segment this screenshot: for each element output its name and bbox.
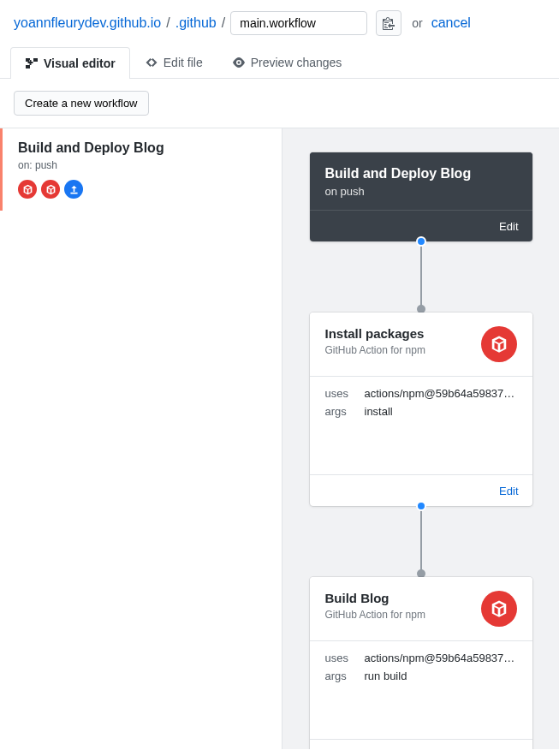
args-label: args — [325, 405, 365, 418]
workflow-root-node[interactable]: Build and Deploy Blog on push Edit — [310, 152, 532, 241]
package-icon — [481, 591, 517, 627]
workflow-trigger: on: push — [18, 159, 266, 171]
connector-dot-icon[interactable] — [416, 236, 426, 247]
connector-line — [420, 510, 422, 570]
separator: / — [166, 15, 169, 31]
toolbar: Create a new workflow — [0, 79, 559, 128]
tab-label: Preview changes — [251, 56, 342, 69]
args-value: install — [365, 405, 393, 418]
args-value: run build — [365, 670, 407, 682]
connector-dot-icon[interactable] — [416, 501, 426, 511]
workflow-canvas[interactable]: Build and Deploy Blog on push Edit Insta… — [282, 128, 559, 749]
tab-visual-editor[interactable]: Visual editor — [10, 47, 130, 79]
workflow-name: Build and Deploy Blog — [18, 140, 266, 156]
uses-label: uses — [325, 652, 365, 664]
clipboard-icon — [383, 16, 395, 30]
node-title: Install packages — [325, 326, 473, 341]
code-icon — [145, 56, 158, 69]
action-node-install[interactable]: Install packages GitHub Action for npm u… — [310, 313, 532, 506]
connector-line — [420, 246, 422, 306]
package-icon — [481, 326, 517, 362]
node-title: Build Blog — [325, 591, 473, 605]
create-workflow-button[interactable]: Create a new workflow — [14, 91, 149, 116]
workflow-action-icons — [18, 180, 266, 199]
repo-link[interactable]: yoannfleurydev.github.io — [14, 15, 161, 31]
filename-input[interactable] — [230, 11, 367, 35]
tabs: Visual editor Edit file Preview changes — [0, 46, 559, 79]
copy-path-button[interactable] — [376, 10, 401, 36]
node-subtitle: GitHub Action for npm — [325, 609, 473, 621]
node-subtitle: GitHub Action for npm — [325, 344, 473, 356]
edit-node-link[interactable]: Edit — [499, 220, 518, 233]
breadcrumb: yoannfleurydev.github.io / .github / or … — [0, 0, 559, 46]
uses-value: actions/npm@59b64a59837… — [365, 387, 515, 400]
folder-link[interactable]: .github — [175, 15, 217, 31]
eye-icon — [232, 56, 246, 69]
tab-preview-changes[interactable]: Preview changes — [217, 46, 357, 78]
uses-label: uses — [325, 387, 365, 400]
action-node-build[interactable]: Build Blog GitHub Action for npm usesact… — [310, 577, 532, 749]
edit-node-link[interactable]: Edit — [499, 485, 518, 497]
separator: / — [222, 15, 225, 31]
node-title: Build and Deploy Blog — [325, 166, 517, 182]
upload-icon — [64, 180, 83, 199]
args-label: args — [325, 670, 365, 682]
package-icon — [18, 180, 37, 199]
tab-label: Visual editor — [44, 57, 116, 70]
tab-edit-file[interactable]: Edit file — [130, 46, 217, 78]
cancel-link[interactable]: cancel — [431, 15, 471, 31]
node-subtitle: on push — [325, 185, 517, 198]
workflow-sidebar: Build and Deploy Blog on: push — [0, 128, 282, 749]
workflow-list-item[interactable]: Build and Deploy Blog on: push — [0, 128, 282, 211]
uses-value: actions/npm@59b64a59837… — [365, 652, 515, 664]
or-text: or — [412, 16, 422, 30]
editor-split: Build and Deploy Blog on: push Build and… — [0, 128, 559, 749]
workflow-icon — [25, 57, 39, 70]
tab-label: Edit file — [164, 56, 203, 69]
package-icon — [41, 180, 60, 199]
